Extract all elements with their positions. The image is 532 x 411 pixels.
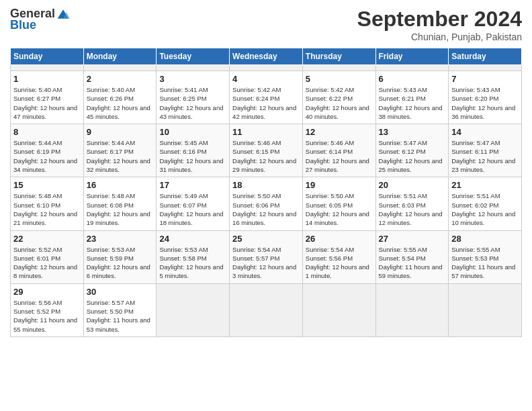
- day-info: Sunrise: 5:47 AMSunset: 6:12 PMDaylight:…: [379, 138, 446, 174]
- calendar-cell: [83, 65, 157, 71]
- calendar-cell: 18Sunrise: 5:50 AMSunset: 6:06 PMDayligh…: [230, 177, 303, 230]
- calendar-cell: 2Sunrise: 5:40 AMSunset: 6:26 PMDaylight…: [83, 71, 157, 124]
- day-info: Sunrise: 5:48 AMSunset: 6:10 PMDaylight:…: [13, 191, 81, 227]
- calendar-table: Sunday Monday Tuesday Wednesday Thursday…: [10, 48, 522, 337]
- day-info: Sunrise: 5:50 AMSunset: 6:05 PMDaylight:…: [306, 191, 373, 227]
- calendar-cell: [375, 65, 449, 71]
- calendar-cell: 15Sunrise: 5:48 AMSunset: 6:10 PMDayligh…: [11, 177, 84, 230]
- day-number: 9: [87, 127, 154, 137]
- day-info: Sunrise: 5:55 AMSunset: 5:53 PMDaylight:…: [451, 245, 519, 281]
- day-number: 17: [159, 180, 226, 190]
- calendar-cell: 4Sunrise: 5:42 AMSunset: 6:24 PMDaylight…: [230, 71, 303, 124]
- logo-blue: Blue: [10, 18, 36, 32]
- calendar-cell: [302, 283, 375, 336]
- title-area: September 2024 Chunian, Punjab, Pakistan: [357, 7, 522, 42]
- day-info: Sunrise: 5:56 AMSunset: 5:52 PMDaylight:…: [13, 298, 81, 334]
- calendar-cell: 25Sunrise: 5:54 AMSunset: 5:57 PMDayligh…: [230, 230, 303, 283]
- calendar-cell: 26Sunrise: 5:54 AMSunset: 5:56 PMDayligh…: [302, 230, 375, 283]
- day-info: Sunrise: 5:50 AMSunset: 6:06 PMDaylight:…: [232, 191, 300, 227]
- calendar-cell: 17Sunrise: 5:49 AMSunset: 6:07 PMDayligh…: [157, 177, 230, 230]
- day-number: 13: [379, 127, 446, 137]
- calendar-cell: 22Sunrise: 5:52 AMSunset: 6:01 PMDayligh…: [11, 230, 84, 283]
- day-info: Sunrise: 5:44 AMSunset: 6:17 PMDaylight:…: [87, 138, 154, 174]
- col-saturday: Saturday: [449, 48, 522, 65]
- day-info: Sunrise: 5:44 AMSunset: 6:19 PMDaylight:…: [13, 138, 81, 174]
- day-info: Sunrise: 5:54 AMSunset: 5:56 PMDaylight:…: [306, 245, 373, 281]
- calendar-week-4: 22Sunrise: 5:52 AMSunset: 6:01 PMDayligh…: [11, 230, 522, 283]
- day-number: 5: [306, 74, 373, 84]
- day-number: 2: [87, 74, 154, 84]
- calendar-cell: 24Sunrise: 5:53 AMSunset: 5:58 PMDayligh…: [157, 230, 230, 283]
- day-info: Sunrise: 5:42 AMSunset: 6:24 PMDaylight:…: [232, 85, 300, 121]
- calendar-week-3: 15Sunrise: 5:48 AMSunset: 6:10 PMDayligh…: [11, 177, 522, 230]
- header: General Blue September 2024 Chunian, Pun…: [10, 7, 522, 42]
- col-monday: Monday: [83, 48, 157, 65]
- calendar-cell: 28Sunrise: 5:55 AMSunset: 5:53 PMDayligh…: [449, 230, 522, 283]
- day-number: 12: [306, 127, 373, 137]
- calendar-cell: 14Sunrise: 5:47 AMSunset: 6:11 PMDayligh…: [449, 124, 522, 177]
- calendar-cell: 30Sunrise: 5:57 AMSunset: 5:50 PMDayligh…: [83, 283, 157, 336]
- day-info: Sunrise: 5:51 AMSunset: 6:03 PMDaylight:…: [379, 191, 446, 227]
- day-number: 23: [87, 234, 154, 244]
- day-number: 3: [159, 74, 226, 84]
- logo: General Blue: [10, 7, 70, 32]
- day-info: Sunrise: 5:43 AMSunset: 6:21 PMDaylight:…: [379, 85, 446, 121]
- day-info: Sunrise: 5:40 AMSunset: 6:27 PMDaylight:…: [13, 85, 81, 121]
- day-info: Sunrise: 5:41 AMSunset: 6:25 PMDaylight:…: [159, 85, 226, 121]
- day-number: 7: [451, 74, 519, 84]
- day-number: 14: [451, 127, 519, 137]
- calendar-cell: [11, 65, 84, 71]
- day-number: 22: [13, 234, 81, 244]
- day-info: Sunrise: 5:53 AMSunset: 5:58 PMDaylight:…: [159, 245, 226, 281]
- logo-icon: [56, 7, 70, 21]
- day-number: 16: [87, 180, 154, 190]
- day-info: Sunrise: 5:55 AMSunset: 5:54 PMDaylight:…: [379, 245, 446, 281]
- calendar-cell: 29Sunrise: 5:56 AMSunset: 5:52 PMDayligh…: [11, 283, 84, 336]
- calendar-cell: 23Sunrise: 5:53 AMSunset: 5:59 PMDayligh…: [83, 230, 157, 283]
- day-info: Sunrise: 5:52 AMSunset: 6:01 PMDaylight:…: [13, 245, 81, 281]
- day-info: Sunrise: 5:54 AMSunset: 5:57 PMDaylight:…: [232, 245, 300, 281]
- calendar-cell: [302, 65, 375, 71]
- calendar-cell: 9Sunrise: 5:44 AMSunset: 6:17 PMDaylight…: [83, 124, 157, 177]
- header-row: Sunday Monday Tuesday Wednesday Thursday…: [11, 48, 522, 65]
- location-title: Chunian, Punjab, Pakistan: [357, 32, 522, 42]
- day-number: 25: [232, 234, 300, 244]
- calendar-cell: 5Sunrise: 5:42 AMSunset: 6:22 PMDaylight…: [302, 71, 375, 124]
- day-info: Sunrise: 5:49 AMSunset: 6:07 PMDaylight:…: [159, 191, 226, 227]
- day-info: Sunrise: 5:43 AMSunset: 6:20 PMDaylight:…: [451, 85, 519, 121]
- day-number: 4: [232, 74, 300, 84]
- calendar-cell: 7Sunrise: 5:43 AMSunset: 6:20 PMDaylight…: [449, 71, 522, 124]
- day-number: 6: [379, 74, 446, 84]
- col-sunday: Sunday: [11, 48, 84, 65]
- day-info: Sunrise: 5:51 AMSunset: 6:02 PMDaylight:…: [451, 191, 519, 227]
- calendar-cell: 19Sunrise: 5:50 AMSunset: 6:05 PMDayligh…: [302, 177, 375, 230]
- day-number: 11: [232, 127, 300, 137]
- day-info: Sunrise: 5:47 AMSunset: 6:11 PMDaylight:…: [451, 138, 519, 174]
- day-number: 18: [232, 180, 300, 190]
- calendar-cell: 27Sunrise: 5:55 AMSunset: 5:54 PMDayligh…: [375, 230, 449, 283]
- calendar-cell: 20Sunrise: 5:51 AMSunset: 6:03 PMDayligh…: [375, 177, 449, 230]
- calendar-week-2: 8Sunrise: 5:44 AMSunset: 6:19 PMDaylight…: [11, 124, 522, 177]
- calendar-cell: 13Sunrise: 5:47 AMSunset: 6:12 PMDayligh…: [375, 124, 449, 177]
- day-number: 1: [13, 74, 81, 84]
- page-container: General Blue September 2024 Chunian, Pun…: [0, 0, 532, 344]
- day-number: 19: [306, 180, 373, 190]
- day-number: 29: [13, 287, 81, 297]
- month-title: September 2024: [357, 7, 522, 32]
- calendar-week-0: [11, 65, 522, 71]
- day-info: Sunrise: 5:48 AMSunset: 6:08 PMDaylight:…: [87, 191, 154, 227]
- day-number: 27: [379, 234, 446, 244]
- col-friday: Friday: [375, 48, 449, 65]
- day-number: 15: [13, 180, 81, 190]
- day-info: Sunrise: 5:40 AMSunset: 6:26 PMDaylight:…: [87, 85, 154, 121]
- calendar-cell: [230, 283, 303, 336]
- calendar-cell: 6Sunrise: 5:43 AMSunset: 6:21 PMDaylight…: [375, 71, 449, 124]
- day-info: Sunrise: 5:42 AMSunset: 6:22 PMDaylight:…: [306, 85, 373, 121]
- day-info: Sunrise: 5:57 AMSunset: 5:50 PMDaylight:…: [87, 298, 154, 334]
- calendar-cell: 16Sunrise: 5:48 AMSunset: 6:08 PMDayligh…: [83, 177, 157, 230]
- day-info: Sunrise: 5:46 AMSunset: 6:14 PMDaylight:…: [306, 138, 373, 174]
- calendar-cell: [449, 65, 522, 71]
- day-number: 21: [451, 180, 519, 190]
- calendar-cell: 3Sunrise: 5:41 AMSunset: 6:25 PMDaylight…: [157, 71, 230, 124]
- day-info: Sunrise: 5:46 AMSunset: 6:15 PMDaylight:…: [232, 138, 300, 174]
